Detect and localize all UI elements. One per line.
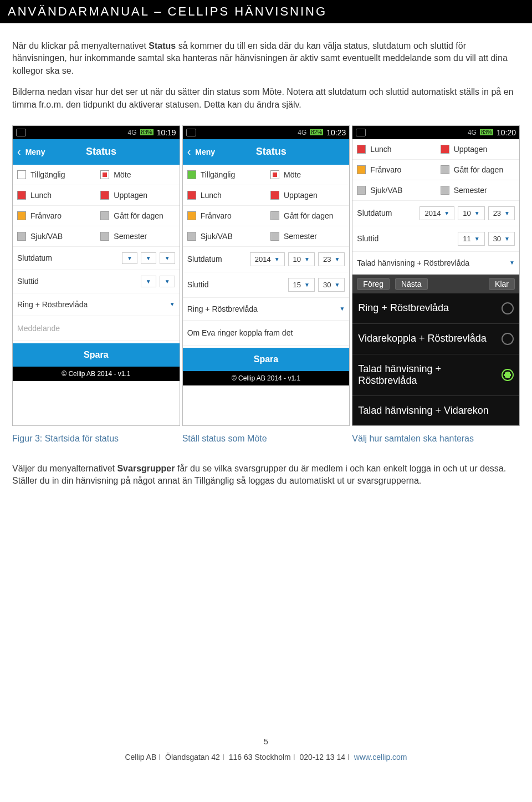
status-option[interactable]: Möte (266, 165, 349, 185)
chevron-down-icon: ▼ (509, 260, 515, 266)
month-picker[interactable]: ▼ (141, 252, 156, 264)
call-handling-select[interactable]: Ring + Röstbrevlåda▼ (183, 298, 350, 321)
sluttid-row: Sluttid 11▼ 30▼ (352, 226, 519, 252)
year-value: 2014 (424, 209, 441, 217)
status-option[interactable]: Sjuk/VAB (13, 226, 96, 247)
minute-picker[interactable]: 30▼ (488, 232, 515, 246)
status-option[interactable]: Tillgänglig (13, 165, 96, 185)
swatch-icon (17, 170, 26, 179)
swatch-icon (441, 165, 449, 174)
radio-icon (502, 333, 514, 345)
status-option[interactable]: Frånvaro (13, 206, 96, 226)
prev-button[interactable]: Föreg (357, 278, 390, 290)
status-label: Möte (284, 170, 301, 179)
page-number: 5 (6, 737, 526, 746)
footer-address: Ölandsgatan 42 (165, 753, 220, 762)
call-handling-select[interactable]: Talad hänvisning + Röstbrevlåda▼ (352, 252, 519, 275)
status-option[interactable]: Semester (266, 226, 349, 247)
status-option[interactable]: Sjuk/VAB (183, 226, 266, 247)
clock: 10:19 (157, 128, 176, 137)
keyboard-accessory-bar: Föreg Nästa Klar (352, 275, 519, 293)
option-row[interactable]: Talad hänvisning + Röstbrevlåda (352, 354, 519, 396)
year-picker[interactable]: ▼ (122, 252, 137, 264)
status-option[interactable]: Gått för dagen (436, 160, 519, 180)
status-option[interactable]: Frånvaro (352, 160, 436, 180)
done-button[interactable]: Klar (489, 278, 515, 290)
chevron-down-icon: ▼ (304, 256, 310, 262)
photo-icon (186, 129, 196, 136)
message-input[interactable]: Meddelande (13, 316, 180, 341)
save-button[interactable]: Spara (183, 348, 350, 371)
status-option[interactable]: Gått för dagen (96, 206, 179, 226)
status-label: Upptagen (284, 191, 318, 200)
day-picker[interactable]: 23▼ (318, 252, 345, 266)
message-input[interactable]: Om Eva ringer koppla fram det (183, 321, 350, 346)
swatch-icon (357, 165, 366, 174)
options-list: Ring + Röstbrevlåda Vidarekoppla + Röstb… (352, 293, 519, 425)
page-title: Status (193, 146, 349, 158)
save-button[interactable]: Spara (13, 343, 180, 367)
call-handling-select[interactable]: Ring + Röstbrevlåda▼ (13, 293, 180, 316)
chevron-down-icon: ▼ (444, 210, 449, 216)
copyright: © Cellip AB 2014 - v1.1 (183, 371, 350, 385)
status-label: Lunch (201, 191, 222, 200)
status-option[interactable]: Lunch (13, 185, 96, 206)
status-option[interactable]: Gått för dagen (266, 206, 349, 226)
hour-picker[interactable]: ▼ (141, 276, 156, 287)
minute-value: 30 (493, 235, 501, 243)
status-option[interactable]: Möte (96, 165, 179, 185)
option-row[interactable]: Vidarekoppla + Röstbrevlåda (352, 324, 519, 354)
sluttid-label: Sluttid (357, 234, 378, 243)
day-picker[interactable]: ▼ (160, 252, 175, 264)
screenshot-3: 4G 83% 10:20 Lunch Upptagen Frånvaro Gåt… (352, 125, 520, 426)
status-option[interactable]: Upptagen (436, 139, 519, 160)
minute-picker[interactable]: ▼ (160, 276, 175, 287)
footer-url[interactable]: www.cellip.com (354, 753, 407, 762)
option-row[interactable]: Ring + Röstbrevlåda (352, 293, 519, 324)
minute-picker[interactable]: 30▼ (318, 278, 345, 292)
day-picker[interactable]: 23▼ (488, 206, 515, 220)
day-value: 23 (493, 209, 501, 217)
year-picker[interactable]: 2014▼ (250, 252, 285, 266)
status-option[interactable]: Semester (436, 180, 519, 201)
status-option[interactable]: Semester (96, 226, 179, 247)
sluttid-row: Sluttid 15▼ 30▼ (183, 272, 350, 298)
option-label: Talad hänvisning + Röstbrevlåda (358, 363, 502, 387)
status-option[interactable]: Tillgänglig (183, 165, 266, 185)
month-picker[interactable]: 10▼ (288, 252, 315, 266)
intro-paragraphs: När du klickar på menyalternativet Statu… (0, 23, 532, 125)
android-statusbar: 4G 83% 10:19 (13, 126, 180, 139)
swatch-icon (100, 232, 109, 241)
hour-value: 15 (293, 281, 301, 289)
status-option[interactable]: Upptagen (96, 185, 179, 206)
photo-icon (16, 129, 26, 136)
next-button[interactable]: Nästa (395, 278, 428, 290)
footer-tel: 020-12 13 14 (300, 753, 346, 762)
status-option[interactable]: Frånvaro (183, 206, 266, 226)
swatch-icon (187, 232, 196, 241)
swatch-icon (17, 191, 26, 200)
call-handling-value: Ring + Röstbrevlåda (187, 304, 258, 313)
status-label: Tillgänglig (201, 170, 236, 179)
year-picker[interactable]: 2014▼ (420, 206, 454, 220)
status-option[interactable]: Upptagen (266, 185, 349, 206)
slutdatum-row: Slutdatum ▼ ▼ ▼ (13, 247, 180, 270)
p3b: Svarsgrupper (117, 464, 175, 473)
month-value: 10 (293, 255, 301, 263)
swatch-icon (270, 211, 279, 220)
status-grid: Lunch Upptagen Frånvaro Gått för dagen S… (352, 139, 519, 201)
call-handling-value: Ring + Röstbrevlåda (17, 300, 88, 309)
footer-postal: 116 63 Stockholm (229, 753, 291, 762)
status-option[interactable]: Sjuk/VAB (352, 180, 436, 201)
status-option[interactable]: Lunch (183, 185, 266, 206)
status-label: Upptagen (454, 145, 488, 154)
hour-picker[interactable]: 15▼ (288, 278, 315, 292)
document-header: ANVÄNDARMANUAL – CELLIPS HÄNVISNING (0, 0, 532, 23)
option-row[interactable]: Talad hänvisning + Vidarekon (352, 396, 519, 425)
hour-value: 11 (463, 235, 470, 243)
caption-1: Figur 3: Startsida för status (12, 434, 180, 444)
status-option[interactable]: Lunch (352, 139, 436, 160)
battery-level: 83% (480, 129, 493, 135)
hour-picker[interactable]: 11▼ (458, 232, 484, 246)
month-picker[interactable]: 10▼ (458, 206, 484, 220)
